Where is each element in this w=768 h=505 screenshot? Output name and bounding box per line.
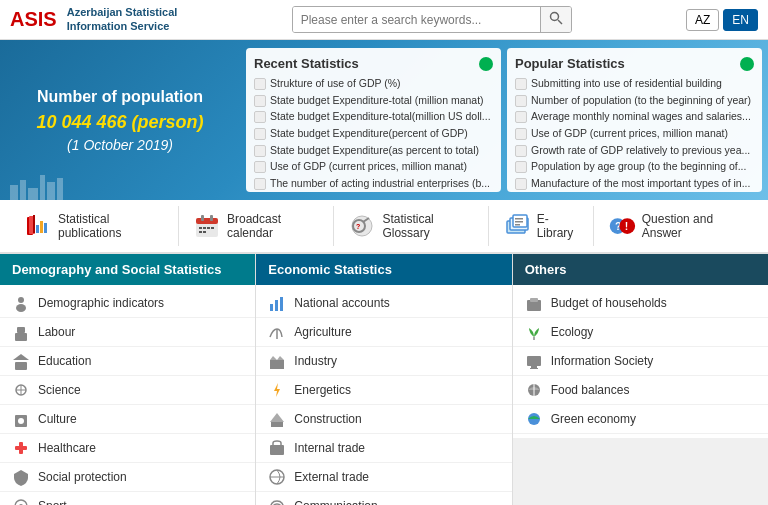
cat-item-ecology[interactable]: Ecology [513, 318, 768, 347]
cat-item-energetics[interactable]: Energetics [256, 376, 511, 405]
recent-items-list: Strukture of use of GDP (%)State budget … [254, 77, 493, 192]
agriculture-icon [268, 323, 286, 341]
industry-label: Industry [294, 354, 337, 368]
cat-item-internal-trade[interactable]: Internal trade [256, 434, 511, 463]
category-others-header: Others [513, 254, 768, 285]
lang-en-button[interactable]: EN [723, 9, 758, 31]
svg-rect-23 [203, 231, 206, 233]
recent-stats-card: Recent Statistics Strukture of use of GD… [246, 48, 501, 192]
stat-item-label: Strukture of use of GDP (%) [270, 77, 401, 91]
cat-item-social-protection[interactable]: Social protection [0, 463, 255, 492]
cat-item-sport[interactable]: Sport [0, 492, 255, 505]
stat-item-icon [515, 161, 527, 173]
social-protection-icon [12, 468, 30, 486]
search-button[interactable] [540, 7, 571, 32]
popular-stat-item[interactable]: Population by age group (to the beginnin… [515, 160, 754, 174]
nav-item-statistical-glossary[interactable]: ? Statistical Glossary [334, 206, 488, 246]
cat-item-information-society[interactable]: Information Society [513, 347, 768, 376]
cat-item-industry[interactable]: Industry [256, 347, 511, 376]
popular-stat-item[interactable]: Number of population (to the beginning o… [515, 94, 754, 108]
svg-rect-55 [280, 297, 283, 311]
svg-rect-40 [17, 327, 25, 333]
recent-stat-item[interactable]: The number of acting industrial enterpri… [254, 177, 493, 191]
cat-item-external-trade[interactable]: External trade [256, 463, 511, 492]
recent-stat-item[interactable]: Strukture of use of GDP (%) [254, 77, 493, 91]
svg-rect-42 [15, 362, 27, 370]
cat-item-science[interactable]: Science [0, 376, 255, 405]
nav-bar: Statistical publications Broadcast calen… [0, 200, 768, 254]
sport-icon [12, 497, 30, 505]
cat-item-education[interactable]: Education [0, 347, 255, 376]
svg-rect-71 [531, 366, 537, 368]
stat-item-label: Use of GDP (current prices, million mana… [270, 160, 467, 174]
cat-item-labour[interactable]: Labour [0, 318, 255, 347]
stat-item-label: State budget Expenditure-total (million … [270, 94, 484, 108]
svg-rect-63 [270, 445, 284, 455]
recent-stat-item[interactable]: State budget Expenditure-total(million U… [254, 110, 493, 124]
stat-item-icon [515, 78, 527, 90]
popular-stat-item[interactable]: Average monthly nominal wages and salari… [515, 110, 754, 124]
nav-item-e-library[interactable]: E-Library [489, 206, 594, 246]
cat-item-agriculture[interactable]: Agriculture [256, 318, 511, 347]
svg-rect-33 [515, 224, 520, 226]
svg-rect-12 [40, 221, 43, 233]
recent-stat-item[interactable]: State budget Expenditure(as percent to t… [254, 144, 493, 158]
svg-rect-15 [196, 218, 218, 224]
green-economy-icon [525, 410, 543, 428]
education-icon [12, 352, 30, 370]
nav-item-broadcast-calendar[interactable]: Broadcast calendar [179, 206, 334, 246]
popular-items-list: Submitting into use of residential build… [515, 77, 754, 192]
recent-stat-item[interactable]: State budget Expenditure(percent of GDP) [254, 127, 493, 141]
cat-item-national-accounts[interactable]: National accounts [256, 289, 511, 318]
popular-stat-item[interactable]: Use of GDP (current prices, million mana… [515, 127, 754, 141]
popular-stat-item[interactable]: Submitting into use of residential build… [515, 77, 754, 91]
lang-area: AZ EN [686, 9, 758, 31]
stat-item-icon [515, 128, 527, 140]
svg-rect-7 [57, 178, 63, 200]
recent-stat-item[interactable]: Use of GDP (current prices, million mana… [254, 160, 493, 174]
svg-rect-61 [271, 422, 283, 427]
search-icon [549, 11, 563, 25]
stat-item-label: State budget Expenditure(percent of GDP) [270, 127, 468, 141]
lang-az-button[interactable]: AZ [686, 9, 719, 31]
nav-label-broadcast-calendar: Broadcast calendar [227, 212, 319, 240]
stat-item-label: Growth rate of GDP relatively to previou… [531, 144, 750, 158]
nav-item-stat-publications[interactable]: Statistical publications [10, 206, 179, 246]
recent-stat-item[interactable]: State budget Expenditure-total (million … [254, 94, 493, 108]
stat-item-icon [254, 95, 266, 107]
cat-item-communication[interactable]: Communication [256, 492, 511, 505]
stat-item-icon [254, 161, 266, 173]
svg-text:?: ? [356, 223, 360, 230]
popular-stat-item[interactable]: Growth rate of GDP relatively to previou… [515, 144, 754, 158]
cat-item-healthcare[interactable]: Healthcare [0, 434, 255, 463]
stat-item-label: Number of population (to the beginning o… [531, 94, 751, 108]
cat-item-green-economy[interactable]: Green economy [513, 405, 768, 434]
cat-item-construction[interactable]: Construction [256, 405, 511, 434]
svg-rect-4 [28, 188, 38, 200]
internal-trade-icon [268, 439, 286, 457]
economic-items: National accounts Agriculture Industry E… [256, 285, 511, 505]
svg-marker-59 [277, 356, 284, 360]
svg-rect-41 [15, 333, 27, 341]
popular-stats-card: Popular Statistics Submitting into use o… [507, 48, 762, 192]
svg-marker-60 [274, 383, 280, 397]
svg-point-39 [16, 304, 26, 312]
budget-households-label: Budget of households [551, 296, 667, 310]
category-others: Others Budget of households Ecology Info… [513, 254, 768, 505]
svg-rect-17 [210, 215, 213, 221]
cat-item-culture[interactable]: Culture [0, 405, 255, 434]
stat-item-label: Average monthly nominal wages and salari… [531, 110, 751, 124]
cat-item-food-balances[interactable]: Food balances [513, 376, 768, 405]
stat-item-label: State budget Expenditure-total(million U… [270, 110, 491, 124]
cat-item-demographic-indicators[interactable]: Demographic indicators [0, 289, 255, 318]
search-input[interactable] [293, 7, 540, 32]
svg-rect-32 [515, 221, 523, 223]
science-label: Science [38, 383, 81, 397]
culture-icon [12, 410, 30, 428]
popular-stat-item[interactable]: Manufacture of the most important types … [515, 177, 754, 191]
svg-rect-18 [199, 227, 202, 229]
nav-item-question-answer[interactable]: ? ! Question and Answer [594, 206, 758, 246]
svg-rect-68 [530, 298, 538, 302]
svg-rect-3 [20, 180, 26, 200]
cat-item-budget-households[interactable]: Budget of households [513, 289, 768, 318]
